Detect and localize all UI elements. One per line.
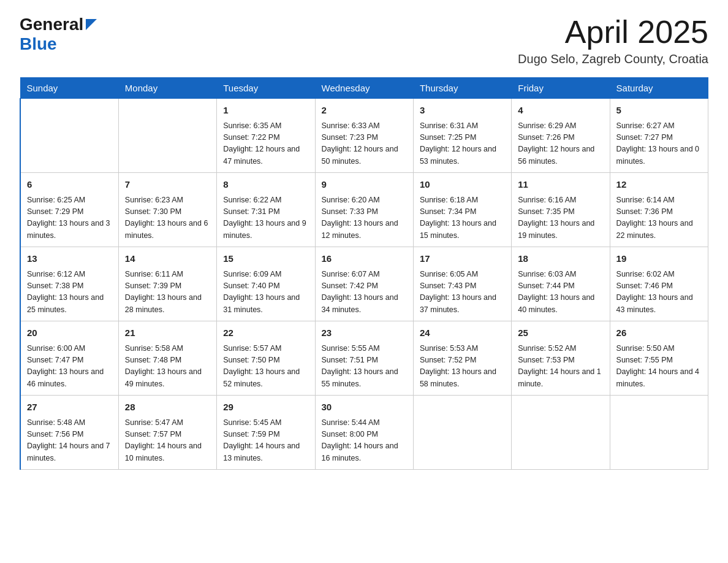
day-info-9: Sunrise: 6:20 AMSunset: 7:33 PMDaylight:… bbox=[322, 194, 407, 242]
day-info-5: Sunrise: 6:27 AMSunset: 7:27 PMDaylight:… bbox=[616, 120, 702, 168]
header-friday: Friday bbox=[512, 78, 610, 99]
empty-cell bbox=[512, 396, 610, 470]
day-cell-9: 9Sunrise: 6:20 AMSunset: 7:33 PMDaylight… bbox=[315, 173, 413, 247]
day-number-7: 7 bbox=[125, 178, 210, 192]
day-info-15: Sunrise: 6:09 AMSunset: 7:40 PMDaylight:… bbox=[223, 269, 308, 316]
day-cell-20: 20Sunrise: 6:00 AMSunset: 7:47 PMDayligh… bbox=[20, 321, 118, 396]
day-info-29: Sunrise: 5:45 AMSunset: 7:59 PMDaylight:… bbox=[223, 417, 308, 465]
day-number-8: 8 bbox=[223, 178, 308, 192]
day-number-13: 13 bbox=[27, 252, 112, 266]
day-info-28: Sunrise: 5:47 AMSunset: 7:57 PMDaylight:… bbox=[125, 417, 210, 465]
day-cell-16: 16Sunrise: 6:07 AMSunset: 7:42 PMDayligh… bbox=[315, 247, 413, 321]
day-cell-14: 14Sunrise: 6:11 AMSunset: 7:39 PMDayligh… bbox=[118, 247, 216, 321]
page-header: General Blue April 2025 Dugo Selo, Zagre… bbox=[20, 15, 708, 66]
day-cell-21: 21Sunrise: 5:58 AMSunset: 7:48 PMDayligh… bbox=[118, 321, 216, 396]
day-number-17: 17 bbox=[420, 252, 505, 266]
header-saturday: Saturday bbox=[610, 78, 708, 99]
logo-blue-text: Blue bbox=[20, 34, 57, 53]
logo-triangle-icon bbox=[86, 19, 97, 33]
day-number-26: 26 bbox=[616, 326, 702, 340]
day-number-24: 24 bbox=[420, 326, 505, 340]
day-number-1: 1 bbox=[223, 104, 308, 118]
day-cell-24: 24Sunrise: 5:53 AMSunset: 7:52 PMDayligh… bbox=[413, 321, 511, 396]
day-number-2: 2 bbox=[322, 104, 407, 118]
day-cell-4: 4Sunrise: 6:29 AMSunset: 7:26 PMDaylight… bbox=[512, 99, 610, 173]
calendar-table: SundayMondayTuesdayWednesdayThursdayFrid… bbox=[20, 77, 708, 470]
day-cell-28: 28Sunrise: 5:47 AMSunset: 7:57 PMDayligh… bbox=[118, 396, 216, 470]
day-number-20: 20 bbox=[27, 326, 112, 340]
day-cell-25: 25Sunrise: 5:52 AMSunset: 7:53 PMDayligh… bbox=[512, 321, 610, 396]
day-cell-7: 7Sunrise: 6:23 AMSunset: 7:30 PMDaylight… bbox=[118, 173, 216, 247]
day-cell-13: 13Sunrise: 6:12 AMSunset: 7:38 PMDayligh… bbox=[20, 247, 118, 321]
day-cell-15: 15Sunrise: 6:09 AMSunset: 7:40 PMDayligh… bbox=[217, 247, 315, 321]
day-cell-18: 18Sunrise: 6:03 AMSunset: 7:44 PMDayligh… bbox=[512, 247, 610, 321]
day-info-3: Sunrise: 6:31 AMSunset: 7:25 PMDaylight:… bbox=[420, 120, 505, 168]
day-info-16: Sunrise: 6:07 AMSunset: 7:42 PMDaylight:… bbox=[322, 269, 407, 316]
day-number-4: 4 bbox=[518, 104, 603, 118]
week-row-2: 6Sunrise: 6:25 AMSunset: 7:29 PMDaylight… bbox=[20, 173, 708, 247]
day-cell-3: 3Sunrise: 6:31 AMSunset: 7:25 PMDaylight… bbox=[413, 99, 511, 173]
day-number-22: 22 bbox=[223, 326, 308, 340]
day-info-14: Sunrise: 6:11 AMSunset: 7:39 PMDaylight:… bbox=[125, 269, 210, 316]
day-number-18: 18 bbox=[518, 252, 603, 266]
day-info-21: Sunrise: 5:58 AMSunset: 7:48 PMDaylight:… bbox=[125, 343, 210, 391]
day-number-3: 3 bbox=[420, 104, 505, 118]
header-tuesday: Tuesday bbox=[217, 78, 315, 99]
day-cell-29: 29Sunrise: 5:45 AMSunset: 7:59 PMDayligh… bbox=[217, 396, 315, 470]
day-info-27: Sunrise: 5:48 AMSunset: 7:56 PMDaylight:… bbox=[27, 417, 112, 465]
day-info-22: Sunrise: 5:57 AMSunset: 7:50 PMDaylight:… bbox=[223, 343, 308, 391]
logo: General Blue bbox=[20, 15, 97, 54]
day-number-15: 15 bbox=[223, 252, 308, 266]
day-cell-12: 12Sunrise: 6:14 AMSunset: 7:36 PMDayligh… bbox=[610, 173, 708, 247]
day-number-29: 29 bbox=[223, 400, 308, 415]
day-info-1: Sunrise: 6:35 AMSunset: 7:22 PMDaylight:… bbox=[223, 120, 308, 168]
day-info-30: Sunrise: 5:44 AMSunset: 8:00 PMDaylight:… bbox=[322, 417, 407, 465]
day-info-19: Sunrise: 6:02 AMSunset: 7:46 PMDaylight:… bbox=[616, 269, 702, 316]
day-number-14: 14 bbox=[125, 252, 210, 266]
day-cell-22: 22Sunrise: 5:57 AMSunset: 7:50 PMDayligh… bbox=[217, 321, 315, 396]
header-monday: Monday bbox=[118, 78, 216, 99]
day-info-23: Sunrise: 5:55 AMSunset: 7:51 PMDaylight:… bbox=[322, 343, 407, 391]
location-subtitle: Dugo Selo, Zagreb County, Croatia bbox=[518, 52, 708, 66]
day-info-25: Sunrise: 5:52 AMSunset: 7:53 PMDaylight:… bbox=[518, 343, 603, 391]
day-cell-23: 23Sunrise: 5:55 AMSunset: 7:51 PMDayligh… bbox=[315, 321, 413, 396]
header-wednesday: Wednesday bbox=[315, 78, 413, 99]
day-cell-10: 10Sunrise: 6:18 AMSunset: 7:34 PMDayligh… bbox=[413, 173, 511, 247]
day-info-11: Sunrise: 6:16 AMSunset: 7:35 PMDaylight:… bbox=[518, 194, 603, 242]
day-number-21: 21 bbox=[125, 326, 210, 340]
day-number-19: 19 bbox=[616, 252, 702, 266]
logo-general-text: General bbox=[20, 15, 83, 34]
day-number-16: 16 bbox=[322, 252, 407, 266]
day-cell-8: 8Sunrise: 6:22 AMSunset: 7:31 PMDaylight… bbox=[217, 173, 315, 247]
day-cell-27: 27Sunrise: 5:48 AMSunset: 7:56 PMDayligh… bbox=[20, 396, 118, 470]
day-number-11: 11 bbox=[518, 178, 603, 192]
day-number-12: 12 bbox=[616, 178, 702, 192]
empty-cell bbox=[610, 396, 708, 470]
day-cell-17: 17Sunrise: 6:05 AMSunset: 7:43 PMDayligh… bbox=[413, 247, 511, 321]
header-sunday: Sunday bbox=[20, 78, 118, 99]
day-number-23: 23 bbox=[322, 326, 407, 340]
day-number-5: 5 bbox=[616, 104, 702, 118]
empty-cell bbox=[20, 99, 118, 173]
day-info-18: Sunrise: 6:03 AMSunset: 7:44 PMDaylight:… bbox=[518, 269, 603, 316]
day-cell-6: 6Sunrise: 6:25 AMSunset: 7:29 PMDaylight… bbox=[20, 173, 118, 247]
title-area: April 2025 Dugo Selo, Zagreb County, Cro… bbox=[518, 15, 708, 66]
month-title: April 2025 bbox=[518, 15, 708, 50]
empty-cell bbox=[413, 396, 511, 470]
week-row-5: 27Sunrise: 5:48 AMSunset: 7:56 PMDayligh… bbox=[20, 396, 708, 470]
day-cell-30: 30Sunrise: 5:44 AMSunset: 8:00 PMDayligh… bbox=[315, 396, 413, 470]
header-thursday: Thursday bbox=[413, 78, 511, 99]
day-number-30: 30 bbox=[322, 400, 407, 415]
svg-marker-0 bbox=[86, 19, 97, 30]
day-cell-11: 11Sunrise: 6:16 AMSunset: 7:35 PMDayligh… bbox=[512, 173, 610, 247]
day-info-8: Sunrise: 6:22 AMSunset: 7:31 PMDaylight:… bbox=[223, 194, 308, 242]
day-cell-1: 1Sunrise: 6:35 AMSunset: 7:22 PMDaylight… bbox=[217, 99, 315, 173]
day-info-13: Sunrise: 6:12 AMSunset: 7:38 PMDaylight:… bbox=[27, 269, 112, 316]
day-number-27: 27 bbox=[27, 400, 112, 415]
empty-cell bbox=[118, 99, 216, 173]
week-row-1: 1Sunrise: 6:35 AMSunset: 7:22 PMDaylight… bbox=[20, 99, 708, 173]
day-cell-19: 19Sunrise: 6:02 AMSunset: 7:46 PMDayligh… bbox=[610, 247, 708, 321]
day-info-24: Sunrise: 5:53 AMSunset: 7:52 PMDaylight:… bbox=[420, 343, 505, 391]
day-info-2: Sunrise: 6:33 AMSunset: 7:23 PMDaylight:… bbox=[322, 120, 407, 168]
day-info-10: Sunrise: 6:18 AMSunset: 7:34 PMDaylight:… bbox=[420, 194, 505, 242]
